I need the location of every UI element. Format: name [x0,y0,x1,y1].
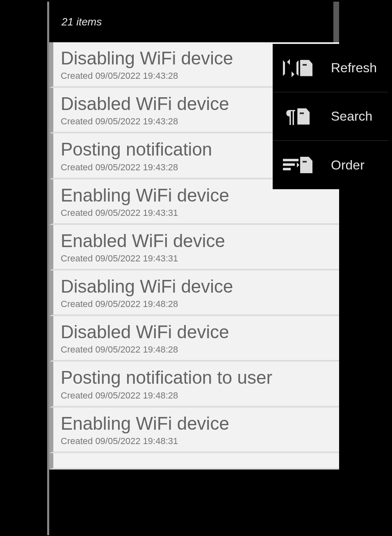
list-item[interactable]: Enabling WiFi device Created 09/05/2022 … [49,408,339,453]
item-subtitle: Created 09/05/2022 19:48:31 [61,436,332,447]
menu-item-order[interactable]: Order [273,141,388,189]
item-subtitle: Created 09/05/2022 19:43:31 [61,208,332,218]
menu-item-refresh[interactable]: Refresh [273,44,388,92]
menu-label: Refresh [331,60,377,76]
list-item[interactable]: Posting notification to user Created 09/… [49,362,339,407]
app-frame: 21 items Disabling WiFi device Created 0… [47,2,339,535]
item-title: Disabling WiFi device [61,275,332,298]
item-subtitle: Created 09/05/2022 19:43:31 [61,253,332,264]
menu-label: Order [331,158,365,173]
search-icon: ¶ [281,108,315,126]
header: 21 items [49,2,339,42]
menu-label: Search [331,109,372,124]
item-subtitle: Created 09/05/2022 19:48:28 [61,344,332,355]
item-title: Enabling WiFi device [61,412,332,435]
menu-item-search[interactable]: ¶ Search [273,92,388,141]
item-title: Posting notification to user [61,366,332,389]
item-title: Disabled WiFi device [61,320,332,344]
item-count: 21 items [62,16,102,28]
order-icon [281,157,315,173]
item-subtitle: Created 09/05/2022 19:48:28 [61,390,332,401]
list-item[interactable]: Disabled WiFi device Created 09/05/2022 … [49,316,339,362]
scrollbar[interactable] [333,2,339,42]
list-item[interactable]: Enabled WiFi device Created 09/05/2022 1… [49,225,339,270]
refresh-icon [281,60,315,76]
item-title: Enabled WiFi device [61,229,332,252]
list-item[interactable]: Disabling WiFi device Created 09/05/2022… [49,270,339,316]
list-item[interactable] [49,453,339,470]
item-subtitle: Created 09/05/2022 19:48:28 [61,299,332,309]
overflow-menu: Refresh ¶ Search Order [273,44,388,189]
